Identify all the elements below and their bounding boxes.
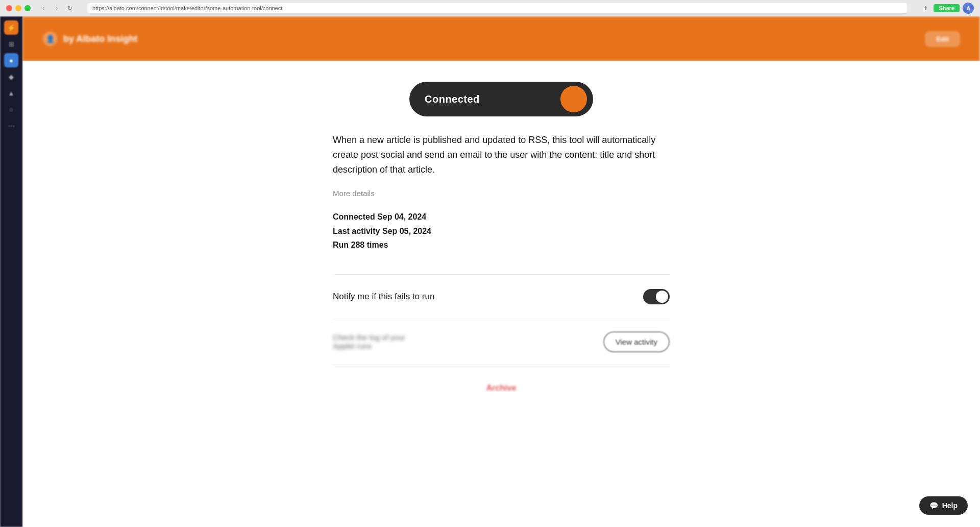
address-bar[interactable]: https://albato.com/connect/id/tool/make/… [87,3,908,14]
stat-connected-date: Connected Sep 04, 2024 [333,210,431,224]
toggle-knob [656,291,668,303]
share-button[interactable]: Share [934,4,960,12]
connected-toggle[interactable]: Connected [409,82,593,116]
sidebar-icon-diamond[interactable]: ◆ [4,69,18,84]
share-icon[interactable]: ⬆ [920,3,930,13]
sidebar-icon-active[interactable]: ● [4,53,18,67]
chat-bubble[interactable]: 💬 Help [919,496,968,515]
sidebar-icon-grid[interactable]: ⊞ [4,37,18,51]
stat-run-count: Run 288 times [333,238,431,252]
browser-chrome: ‹ › ↻ https://albato.com/connect/id/tool… [0,0,980,16]
divider-1 [333,274,670,275]
content-wrapper: Connected When a new article is publishe… [323,61,680,434]
sidebar-icon-extra[interactable]: ⋯ [4,118,18,133]
sidebar-icon-home[interactable]: ⚡ [4,20,18,35]
left-sidebar: ⚡ ⊞ ● ◆ ▲ ○ ⋯ [0,16,22,527]
minimize-button[interactable] [15,5,21,11]
delete-section: Archive [333,371,670,393]
refresh-button[interactable]: ↻ [65,4,75,13]
notify-label: Notify me if this fails to run [333,292,434,302]
description-text: When a new article is published and upda… [333,133,670,177]
main-content: Connected When a new article is publishe… [22,61,980,527]
edit-button[interactable]: Edit [925,32,960,46]
more-details-link[interactable]: More details [333,189,375,198]
forward-button[interactable]: › [52,4,61,13]
activity-text-block: Check the log of your Applet runs [333,333,405,350]
close-button[interactable] [6,5,12,11]
browser-nav: ‹ › ↻ [39,4,75,13]
header-left: 👤 by Albato Insight [43,32,137,46]
notify-toggle[interactable] [643,289,670,304]
activity-text-line2: Applet runs [333,342,405,350]
traffic-lights [6,5,31,11]
connected-circle-knob [560,86,587,112]
divider-2 [333,319,670,319]
orange-header: 👤 by Albato Insight Edit [22,16,980,61]
user-avatar[interactable]: A [963,3,974,14]
browser-actions: ⬆ Share A [920,3,974,14]
sidebar-icon-shape[interactable]: ▲ [4,86,18,100]
view-activity-button[interactable]: View activity [603,331,670,352]
stats-section: Connected Sep 04, 2024 Last activity Sep… [333,210,431,252]
connected-label: Connected [425,93,480,105]
sidebar-icon-circle[interactable]: ○ [4,102,18,116]
header-person-icon: 👤 [43,32,57,46]
divider-3 [333,365,670,365]
back-button[interactable]: ‹ [39,4,48,13]
activity-section: Check the log of your Applet runs View a… [333,325,670,358]
chat-label: Help [942,501,958,510]
maximize-button[interactable] [24,5,31,11]
notify-row: Notify me if this fails to run [333,281,670,313]
activity-text-line1: Check the log of your [333,333,405,342]
chat-icon: 💬 [929,501,938,510]
archive-button[interactable]: Archive [486,384,517,393]
stat-last-activity: Last activity Sep 05, 2024 [333,224,431,238]
header-title: by Albato Insight [63,34,137,44]
